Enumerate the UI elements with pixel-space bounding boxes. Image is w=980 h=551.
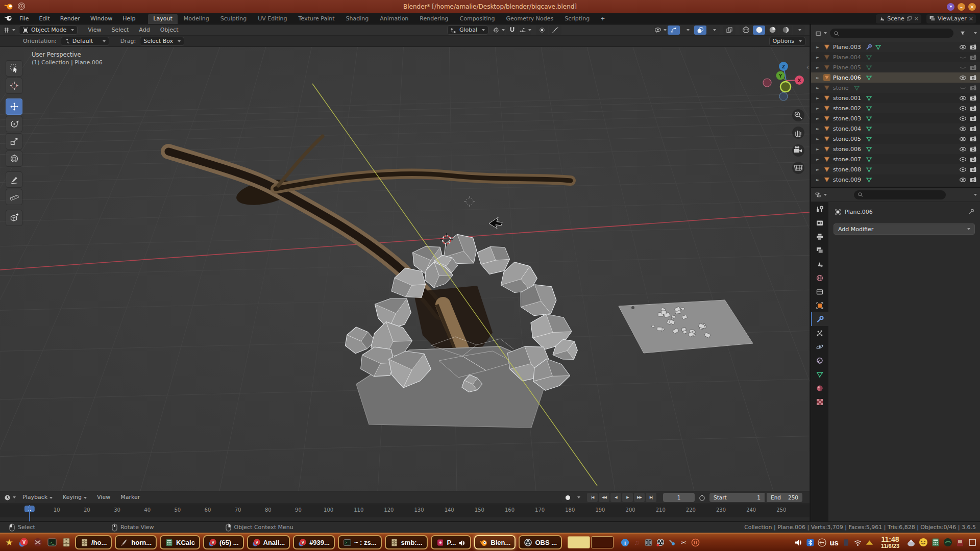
tray-show-desktop[interactable] — [968, 538, 977, 547]
add-modifier-button[interactable]: Add Modifier — [834, 223, 975, 235]
hidden-eye-closed-icon[interactable] — [959, 54, 967, 61]
disable-renders-camera-icon[interactable] — [969, 125, 977, 133]
taskbar-window-obs[interactable]: OBS ... — [519, 535, 562, 549]
menu-help[interactable]: Help — [117, 13, 140, 24]
gizmos-toggle[interactable] — [668, 26, 680, 35]
hide-viewport-eye-icon[interactable] — [959, 105, 967, 112]
viewport-menu-view[interactable]: View — [83, 24, 106, 36]
tray-volume[interactable] — [794, 538, 803, 547]
tab-layout[interactable]: Layout — [148, 14, 177, 24]
hide-viewport-eye-icon[interactable] — [959, 166, 967, 173]
tab-texture-paint[interactable]: Texture Paint — [293, 14, 340, 24]
disable-renders-camera-icon[interactable] — [969, 145, 977, 153]
properties-tab-world[interactable] — [811, 271, 828, 285]
outliner-row-stone-003[interactable]: ►stone.003 — [811, 113, 980, 123]
editor-type-button[interactable] — [3, 26, 15, 35]
outliner-row-plane-006[interactable]: ►Plane.006 — [811, 72, 980, 83]
outliner-row-stone-001[interactable]: ►stone.001 — [811, 93, 980, 103]
play-reverse-button[interactable]: ◀ — [610, 493, 621, 502]
tray-flag[interactable] — [842, 538, 850, 547]
collapse-panel-arrow[interactable]: ‹ — [806, 64, 809, 71]
proportional-falloff-button[interactable] — [549, 26, 561, 35]
gizmos-dropdown[interactable] — [681, 26, 693, 35]
outliner-row-stone-008[interactable]: ►stone.008 — [811, 164, 980, 174]
tray-cube-app[interactable] — [644, 538, 653, 547]
viewport-menu-select[interactable]: Select — [106, 24, 134, 36]
disable-renders-camera-icon[interactable] — [969, 135, 977, 143]
properties-tab-physics[interactable] — [811, 340, 828, 354]
viewport-canvas[interactable]: Z Y X ‹ — [0, 47, 810, 491]
options-button[interactable]: Options — [769, 37, 805, 46]
tool-transform[interactable] — [6, 151, 22, 167]
launcher-vivaldi[interactable]: V — [17, 536, 30, 549]
pin-icon[interactable] — [968, 208, 975, 215]
jump-to-end-button[interactable]: ▶| — [646, 493, 656, 502]
overlays-dropdown[interactable] — [707, 26, 720, 35]
outliner-row-stone-006[interactable]: ►stone.006 — [811, 144, 980, 154]
tool-scale[interactable] — [6, 133, 22, 149]
tab-scripting[interactable]: Scripting — [559, 14, 595, 24]
clock[interactable]: 11:48 11/6/23 — [881, 536, 899, 549]
desktop-1[interactable] — [568, 536, 590, 548]
tray-media-note[interactable]: ♫ — [632, 538, 641, 547]
mode-selector[interactable]: Object Mode — [19, 26, 78, 35]
disable-renders-camera-icon[interactable] — [969, 156, 977, 163]
start-frame-field[interactable]: Start 1 — [709, 493, 765, 502]
taskbar-window-smb[interactable]: smb:... — [385, 535, 428, 549]
tab-uv-editing[interactable]: UV Editing — [253, 14, 292, 24]
outliner-row-stone-009[interactable]: ►stone.009 — [811, 174, 980, 185]
taskbar-window-65[interactable]: V(65) ... — [203, 535, 244, 549]
tab-geometry-nodes[interactable]: Geometry Nodes — [501, 14, 558, 24]
hide-viewport-eye-icon[interactable] — [959, 43, 967, 51]
tool-cursor[interactable] — [6, 78, 22, 94]
keying-dropdown[interactable] — [577, 496, 580, 498]
proportional-editing-toggle[interactable] — [536, 26, 548, 35]
outliner-row-plane-003[interactable]: ►Plane.003 — [811, 42, 980, 52]
tool-move[interactable] — [6, 98, 22, 115]
tray-keyboard[interactable]: us — [829, 538, 839, 547]
disable-renders-camera-icon[interactable] — [969, 43, 977, 51]
outliner-display-mode-button[interactable] — [815, 29, 827, 38]
shading-material-button[interactable] — [766, 26, 778, 35]
timeline-menu-keying[interactable]: Keying — [58, 492, 92, 503]
disable-renders-camera-icon[interactable] — [969, 84, 977, 92]
expand-arrow-icon[interactable]: ► — [816, 167, 821, 172]
disable-renders-camera-icon[interactable] — [969, 166, 977, 173]
tab-sculpting[interactable]: Sculpting — [215, 14, 252, 24]
expand-arrow-icon[interactable]: ► — [816, 178, 821, 182]
end-frame-field[interactable]: End 250 — [767, 493, 802, 502]
hide-viewport-eye-icon[interactable] — [959, 176, 967, 184]
orientation-default-selector[interactable]: Default — [61, 37, 109, 46]
expand-arrow-icon[interactable]: ► — [816, 45, 821, 49]
tab-animation[interactable]: Animation — [375, 14, 413, 24]
disable-renders-camera-icon[interactable] — [969, 64, 977, 71]
transform-orientation-selector[interactable]: Global — [447, 26, 488, 35]
3d-viewport[interactable]: Z Y X ‹ — [0, 47, 810, 491]
properties-tab-particles[interactable] — [811, 326, 828, 340]
pan-button[interactable] — [792, 127, 804, 139]
snap-toggle[interactable] — [506, 26, 518, 35]
hide-viewport-eye-icon[interactable] — [959, 156, 967, 163]
tab-shading[interactable]: Shading — [341, 14, 374, 24]
taskbar-window-ho[interactable]: /ho... — [75, 535, 112, 549]
disable-renders-camera-icon[interactable] — [969, 54, 977, 61]
tab-rendering[interactable]: Rendering — [414, 14, 453, 24]
hide-viewport-eye-icon[interactable] — [959, 115, 967, 122]
tray-smiley[interactable] — [919, 538, 928, 547]
expand-arrow-icon[interactable]: ► — [816, 55, 821, 60]
tray-pause[interactable] — [691, 538, 700, 547]
timeline-ruler[interactable]: 1102030405060708090100110120130140150160… — [0, 504, 810, 517]
gizmo-neg-z[interactable] — [779, 92, 788, 101]
properties-tab-constraints[interactable] — [811, 354, 828, 367]
view-layer-selector[interactable]: ViewLayer × — [926, 14, 976, 23]
outliner-row-stone[interactable]: ►stone — [811, 83, 980, 93]
expand-arrow-icon[interactable]: ► — [816, 86, 821, 90]
taskbar-window-horn[interactable]: horn... — [115, 535, 157, 549]
outliner-row-stone-004[interactable]: ►stone.004 — [811, 123, 980, 134]
expand-arrow-icon[interactable]: ► — [816, 127, 821, 131]
tray-red-book[interactable] — [955, 538, 965, 547]
auto-keying-toggle[interactable] — [561, 493, 574, 502]
hide-viewport-eye-icon[interactable] — [959, 74, 967, 82]
gizmo-neg-y[interactable] — [780, 82, 791, 92]
properties-editor-type-button[interactable] — [815, 190, 827, 199]
